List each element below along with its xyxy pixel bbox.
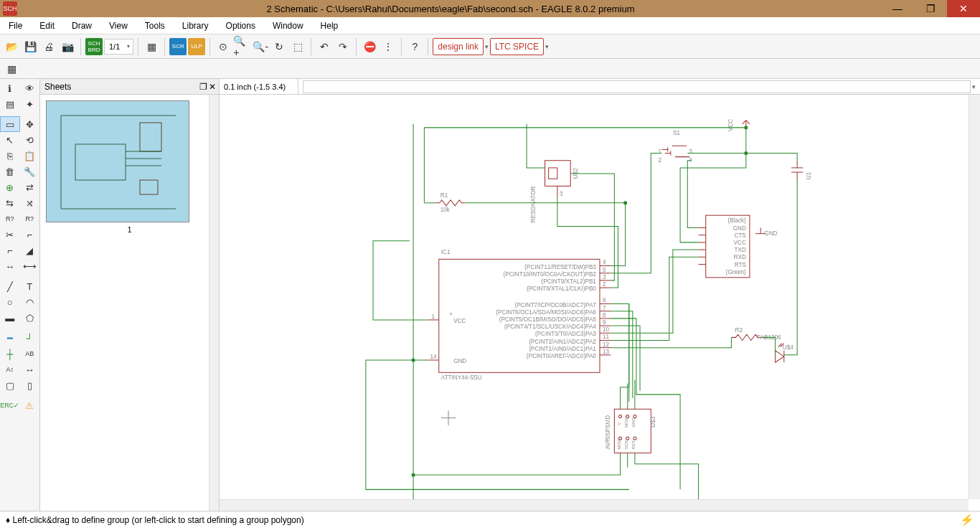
junction-icon[interactable]: ┼ — [0, 346, 20, 362]
errors-icon[interactable]: ⚠ — [20, 397, 40, 413]
open-icon[interactable]: 📂 — [3, 38, 20, 55]
svg-text:CTS: CTS — [735, 232, 747, 239]
svg-text:GND: GND — [733, 225, 746, 232]
menu-window[interactable]: Window — [264, 18, 312, 34]
close-button[interactable]: ✕ — [947, 0, 980, 17]
text-icon[interactable]: T — [20, 278, 40, 294]
svg-text:VCC: VCC — [727, 119, 734, 131]
module-icon[interactable]: ▢ — [0, 377, 20, 393]
print-icon[interactable]: 🖨 — [40, 38, 57, 55]
gate-icon[interactable]: ⇆ — [0, 195, 20, 211]
minimize-button[interactable]: — — [881, 0, 914, 17]
svg-text:GND: GND — [764, 230, 777, 237]
paste-icon[interactable]: 📋 — [20, 148, 40, 164]
zoom-select-icon[interactable]: ⬚ — [289, 38, 306, 55]
zoom-in-icon[interactable]: 🔍+ — [233, 38, 250, 55]
rotate-icon[interactable]: ⟲ — [20, 132, 40, 148]
miter-icon[interactable]: ⌐ — [20, 227, 40, 242]
zoom-fit-icon[interactable]: ⊙ — [215, 38, 232, 55]
copy-icon[interactable]: ⎘ — [0, 148, 20, 164]
design-link-button[interactable]: design link — [433, 38, 484, 55]
wire-icon[interactable]: ╱ — [0, 278, 20, 294]
schematic-canvas[interactable]: IC1 ATTINY44-SSU + VCC GND 1 14 (PCINT11… — [220, 95, 980, 511]
sheets-close-icon[interactable]: ✕ — [209, 82, 216, 92]
svg-text:(PCINT3/T0/ADC3)PA3: (PCINT3/T0/ADC3)PA3 — [535, 331, 596, 337]
canvas-scrollbar-horizontal[interactable] — [220, 499, 969, 511]
layers-icon[interactable]: ▤ — [0, 96, 20, 112]
poly-icon[interactable]: ⬠ — [20, 310, 40, 326]
window-title: 2 Schematic - C:\Users\Rahul\Documents\e… — [20, 4, 881, 14]
pinswap-icon[interactable]: ⤨ — [20, 195, 40, 211]
move-icon[interactable]: ✥ — [20, 116, 39, 132]
sheet-selector[interactable]: 1/1 — [104, 39, 133, 55]
rect-icon[interactable]: ▬ — [0, 310, 20, 326]
bus-icon[interactable]: ━ — [0, 330, 20, 346]
svg-text:ATTINY44-SSU: ATTINY44-SSU — [441, 374, 482, 381]
script-icon[interactable]: SCR — [169, 38, 187, 55]
sheet-thumbnail[interactable] — [46, 100, 189, 222]
menu-draw[interactable]: Draw — [63, 18, 100, 34]
select-icon[interactable]: ↖ — [0, 132, 20, 148]
svg-text:TXD: TXD — [735, 247, 746, 253]
ltc-spice-button[interactable]: LTC SPICE — [490, 38, 544, 55]
change-icon[interactable]: 🔧 — [20, 164, 40, 179]
help-icon[interactable]: ? — [406, 38, 423, 55]
svg-point-113 — [745, 126, 748, 129]
menu-edit[interactable]: Edit — [31, 18, 63, 34]
svg-text:14: 14 — [430, 354, 438, 360]
stop-icon[interactable]: ⛔ — [361, 38, 378, 55]
attr2-icon[interactable]: ↔ — [20, 362, 40, 377]
info-icon[interactable]: ℹ — [0, 80, 20, 96]
svg-text:(PCINT11/RESET/DW)PB3: (PCINT11/RESET/DW)PB3 — [524, 264, 596, 270]
dim2-icon[interactable]: ⟷ — [20, 258, 40, 274]
svg-text:AVRISPSMD: AVRISPSMD — [605, 415, 611, 449]
circle-icon[interactable]: ○ — [0, 294, 20, 310]
sheets-undock-icon[interactable]: ❐ — [199, 82, 207, 92]
svg-text:SCK: SCK — [623, 440, 628, 450]
maximize-button[interactable]: ❐ — [914, 0, 947, 17]
svg-text:RXD: RXD — [734, 254, 746, 260]
menu-library[interactable]: Library — [174, 18, 217, 34]
svg-text:MISO: MISO — [616, 438, 621, 449]
menu-view[interactable]: View — [100, 18, 136, 34]
save-icon[interactable]: 💾 — [22, 38, 39, 55]
split-icon[interactable]: ⌐ — [0, 242, 20, 258]
menu-help[interactable]: Help — [312, 18, 347, 34]
undo-icon[interactable]: ↶ — [316, 38, 333, 55]
net-icon[interactable]: ┘ — [20, 330, 40, 346]
arc-icon[interactable]: ◠ — [20, 294, 40, 310]
canvas-scrollbar-vertical[interactable] — [969, 95, 980, 499]
erc-icon[interactable]: ERC✓ — [0, 397, 20, 413]
dim-icon[interactable]: ↔ — [0, 258, 20, 274]
invoke-icon[interactable]: ◢ — [20, 242, 40, 258]
name-icon[interactable]: R? — [0, 211, 20, 227]
cam-icon[interactable]: 📷 — [59, 38, 76, 55]
zoom-redraw-icon[interactable]: ↻ — [270, 38, 288, 55]
svg-point-114 — [412, 359, 415, 362]
svg-text:(Green): (Green) — [726, 269, 746, 275]
go-icon[interactable]: ⋮ — [380, 38, 397, 55]
redo-icon[interactable]: ↷ — [334, 38, 352, 55]
label-icon[interactable]: AB — [20, 346, 40, 362]
delete-icon[interactable]: 🗑 — [0, 164, 20, 179]
menu-options[interactable]: Options — [217, 18, 264, 34]
add-icon[interactable]: ⊕ — [0, 179, 20, 195]
show-icon[interactable]: 👁 — [20, 80, 40, 96]
value-icon[interactable]: R? — [20, 211, 40, 227]
attr-icon[interactable]: A↕ — [0, 362, 20, 377]
board-icon[interactable]: SCHBRD — [85, 38, 103, 55]
smash-icon[interactable]: ✂ — [0, 227, 20, 242]
replace-icon[interactable]: ⇄ — [20, 179, 40, 195]
zoom-out-icon[interactable]: 🔍- — [252, 38, 269, 55]
command-dropdown-icon[interactable]: ▾ — [972, 83, 976, 90]
menu-tools[interactable]: Tools — [136, 18, 174, 34]
mark-icon[interactable]: ✦ — [20, 96, 40, 112]
group-icon[interactable]: ▭ — [0, 116, 20, 132]
command-input[interactable] — [303, 80, 971, 93]
grid-icon[interactable]: ▦ — [3, 60, 20, 77]
port-icon[interactable]: ▯ — [20, 377, 40, 393]
library-icon[interactable]: ▦ — [143, 38, 160, 55]
sheets-scrollbar[interactable] — [209, 95, 219, 511]
ulp-icon[interactable]: ULP — [188, 38, 205, 55]
menu-file[interactable]: File — [0, 18, 31, 34]
